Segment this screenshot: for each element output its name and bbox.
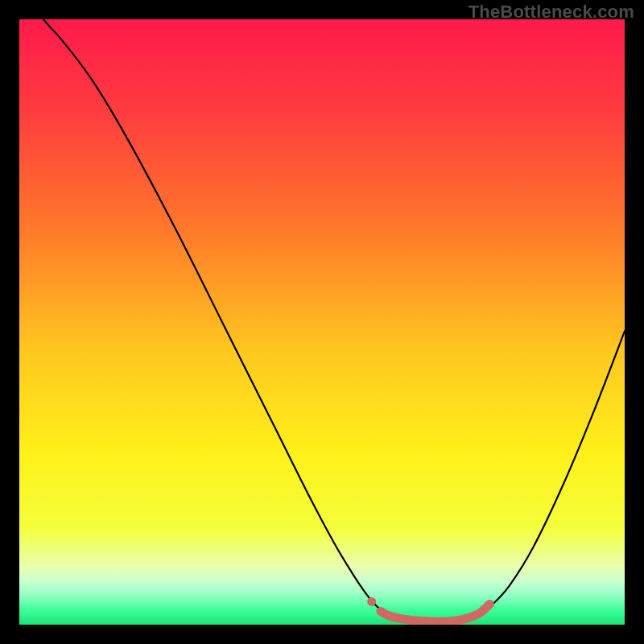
- chart-frame: TheBottleneck.com: [0, 0, 644, 644]
- watermark-text: TheBottleneck.com: [469, 2, 634, 23]
- chart-svg: [19, 19, 625, 625]
- bottleneck-chart: [19, 19, 625, 625]
- highlight-dot: [367, 597, 376, 606]
